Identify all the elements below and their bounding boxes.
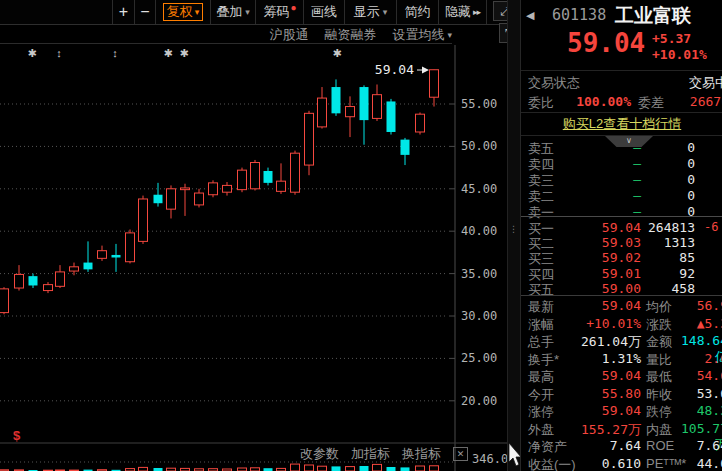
zoom-out-button[interactable]: − bbox=[134, 0, 155, 24]
candle-body bbox=[0, 289, 9, 313]
adjust-price-button[interactable]: 复权▾ bbox=[155, 0, 210, 24]
candle-body bbox=[238, 170, 247, 190]
candle-body bbox=[195, 193, 204, 205]
candle-body bbox=[84, 263, 93, 270]
stat-row: 最新 59.04 均价 56.9 bbox=[521, 298, 722, 315]
display-button[interactable]: 显示▾ bbox=[344, 0, 396, 24]
margin-label: 融资融券 bbox=[324, 26, 376, 44]
stat-value-left: 59.04 bbox=[569, 368, 641, 383]
zoom-in-button[interactable]: + bbox=[112, 0, 134, 24]
change-params-button[interactable]: 改参数 bbox=[300, 445, 339, 463]
y-axis-tick-label: 40.00 bbox=[461, 224, 497, 238]
event-marker-icon: ✱ bbox=[332, 47, 341, 59]
ask-row: 卖三 — 0 bbox=[521, 172, 722, 187]
buy-l2-link[interactable]: 购买L2查看十档行情 bbox=[521, 115, 722, 133]
indicator-actions: 改参数 加指标 换指标 ✕ bbox=[300, 445, 468, 463]
ma-settings-label: 设置均线 bbox=[392, 26, 444, 44]
level-volume: 0 bbox=[633, 188, 695, 203]
divider-grip-icon[interactable]: ⋮⋮ bbox=[509, 227, 518, 243]
y-axis-tick-label: 55.00 bbox=[461, 97, 497, 111]
chips-button[interactable]: 筹码● bbox=[255, 0, 303, 24]
weicha-label: 委差 bbox=[638, 94, 664, 112]
candlestick-chart-canvas[interactable]: 55.0050.0045.0040.0035.0030.0025.0020.00… bbox=[0, 45, 520, 471]
stat-row: 换手* 1.31% 量比 2.0 bbox=[521, 351, 722, 368]
chevron-down-icon: ▾ bbox=[447, 30, 452, 40]
stat-value-right: 48.3 bbox=[671, 403, 722, 418]
close-indicator-button[interactable]: ✕ bbox=[453, 447, 468, 461]
stat-label-right: 量比 bbox=[646, 351, 672, 369]
add-indicator-button[interactable]: 加指标 bbox=[351, 445, 390, 463]
y-axis-tick-label: 30.00 bbox=[461, 309, 497, 323]
stat-value-right: 56.9 bbox=[671, 298, 722, 313]
chart-subheader: 沪股通 融资融券 设置均线▾ bbox=[0, 26, 452, 44]
volume-bar bbox=[291, 464, 300, 471]
back-arrow-button[interactable]: ◀ bbox=[526, 9, 534, 22]
candle-body bbox=[373, 95, 382, 119]
stat-label-left: 总手 bbox=[528, 333, 554, 351]
event-marker-icon: ✱ bbox=[179, 47, 188, 59]
bid-row: 买一 59.04 264813 -6 bbox=[521, 220, 722, 235]
level-price: 59.04 bbox=[581, 220, 641, 235]
candle-body bbox=[70, 267, 79, 271]
volume-bar bbox=[373, 464, 382, 471]
candle-body bbox=[305, 113, 314, 165]
overlay-button[interactable]: 叠加▾ bbox=[210, 0, 255, 24]
price-change: +5.37 bbox=[652, 31, 691, 46]
trade-status-value: 交易中 bbox=[641, 74, 722, 92]
level-price: 59.03 bbox=[581, 235, 641, 250]
chevron-down-icon: ▾ bbox=[195, 7, 200, 17]
y-axis-tick-label: 35.00 bbox=[461, 267, 497, 281]
candle-body bbox=[29, 276, 38, 285]
level-price: 59.02 bbox=[581, 250, 641, 265]
subheader-item-ma-settings[interactable]: 设置均线▾ bbox=[392, 26, 452, 44]
last-price: 59.04 bbox=[567, 28, 645, 58]
stat-label-right: 跌停 bbox=[646, 403, 672, 421]
chart-toolbar: + − 复权▾ 叠加▾ 筹码● 画线 显示▾ 简约 隐藏▸▸ bbox=[0, 0, 520, 25]
bid-row: 买三 59.02 85 bbox=[521, 250, 722, 265]
stat-label-right: 金额 bbox=[646, 333, 672, 351]
level-price: — bbox=[581, 156, 641, 171]
volume-bar bbox=[387, 467, 396, 471]
candle-body bbox=[318, 98, 327, 127]
stat-row: 总手 261.04万 金额 148.64亿 bbox=[521, 333, 722, 350]
stat-value-left: 261.04万 bbox=[569, 333, 641, 351]
stat-label-right: 最低 bbox=[646, 368, 672, 386]
candle-body bbox=[126, 233, 135, 262]
stat-value-left: 7.64 bbox=[569, 438, 641, 453]
stock-code: 601138 bbox=[552, 6, 606, 24]
candle-body bbox=[209, 183, 218, 195]
stat-label-left: 换手* bbox=[528, 351, 559, 369]
volume-bar bbox=[416, 466, 425, 471]
adjust-price-box: 复权▾ bbox=[163, 3, 204, 21]
double-arrow-icon: ▸▸ bbox=[473, 7, 480, 17]
event-marker-icon: ↕ bbox=[56, 47, 62, 59]
level-volume: 1313 bbox=[633, 235, 695, 250]
y-axis-tick-label: 50.00 bbox=[461, 139, 497, 153]
volume-bar bbox=[346, 467, 355, 471]
y-axis-tick-label: 25.00 bbox=[461, 351, 497, 365]
level-price: — bbox=[581, 140, 641, 155]
stat-label-right: 昨收 bbox=[646, 386, 672, 404]
subheader-item-hugutong[interactable]: 沪股通 bbox=[269, 26, 308, 44]
level-volume: 85 bbox=[633, 250, 695, 265]
dollar-marker-icon: $ bbox=[13, 428, 21, 443]
stat-label-right: ROE bbox=[646, 438, 674, 453]
candle-body bbox=[112, 255, 121, 258]
draw-line-button[interactable]: 画线 bbox=[303, 0, 344, 24]
candle-body bbox=[401, 140, 410, 155]
bid-row: 买五 59.00 458 bbox=[521, 281, 722, 296]
volume-bar bbox=[332, 466, 341, 471]
candle-body bbox=[277, 181, 286, 191]
draw-line-label: 画线 bbox=[311, 3, 337, 21]
stat-value-right: 44.0 bbox=[671, 456, 722, 471]
level-extra: -6 bbox=[704, 220, 718, 234]
latest-price-tag: 59.04 bbox=[375, 62, 414, 77]
candle-body bbox=[139, 199, 148, 241]
candle-body bbox=[430, 70, 439, 97]
ask-row: 卖二 — 0 bbox=[521, 188, 722, 203]
hide-button[interactable]: 隐藏▸▸ bbox=[438, 0, 487, 24]
subheader-item-margin[interactable]: 融资融券 bbox=[324, 26, 376, 44]
candle-body bbox=[167, 189, 176, 209]
simple-mode-button[interactable]: 简约 bbox=[396, 0, 438, 24]
switch-indicator-button[interactable]: 换指标 bbox=[402, 445, 441, 463]
